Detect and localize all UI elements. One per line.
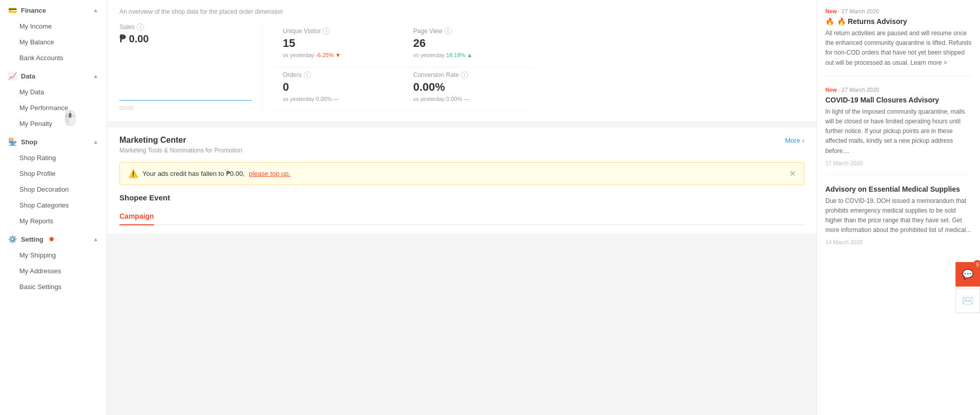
sidebar-section-data[interactable]: 📈 Data ▲ [0, 66, 107, 84]
news-headline-0: 🔥 🔥 Returns Advisory [825, 17, 972, 25]
orders-info-icon[interactable]: i [304, 71, 311, 79]
setting-chevron: ▲ [93, 236, 99, 242]
page-view-label: Page View i [413, 28, 524, 35]
pv-info-icon[interactable]: i [445, 28, 452, 35]
sidebar-section-setting[interactable]: ⚙️ Setting ▲ [0, 229, 107, 247]
conversion-rate-value: 0.00% [413, 81, 524, 94]
conversion-rate-compare: vs yesterday 0.00% — [413, 96, 524, 102]
marketing-title: Marketing Center [119, 136, 186, 145]
fire-icon: 🔥 [825, 17, 834, 25]
unique-visitor-label: Unique Visitor i [283, 28, 393, 35]
stats-right-grid: Unique Visitor i 15 vs yesterday -6.25% … [262, 23, 533, 111]
finance-icon: 💳 [8, 6, 17, 14]
alert-content: ⚠️ Your ads credit has fallen to ₱0.00, … [128, 169, 290, 178]
conversion-rate-label: Conversion Rate i [413, 71, 524, 79]
page-view-value: 26 [413, 37, 524, 50]
alert-top-up-link[interactable]: please top up. [249, 170, 290, 177]
chart-area: Sales i ₱ 0.00 00:00 [119, 23, 262, 111]
sidebar-item-basic-settings[interactable]: Basic Settings [0, 279, 107, 295]
sidebar-item-my-penalty[interactable]: My Penalty [0, 116, 107, 132]
orders-value: 0 [283, 81, 393, 94]
more-chevron-icon: › [802, 137, 804, 144]
news-item-1: New · 27 March 2020 COVID-19 Mall Closur… [825, 87, 972, 175]
news-headline-2: Advisory on Essential Medical Supplies [825, 185, 972, 193]
pv-trend: 18.18% ▲ [446, 52, 472, 58]
data-chevron: ▲ [93, 73, 99, 79]
sidebar-item-shop-rating[interactable]: Shop Rating [0, 150, 107, 166]
sidebar-item-my-shipping[interactable]: My Shipping [0, 247, 107, 263]
float-buttons: 💬 9 ✉️ [955, 262, 980, 313]
stats-grid: Sales i ₱ 0.00 00:00 Unique Visitor i 15 [119, 23, 804, 111]
orders-compare: vs yesterday 0.00% — [283, 96, 393, 102]
sidebar-item-my-balance[interactable]: My Balance [0, 34, 107, 50]
email-float-button[interactable]: ✉️ [955, 289, 980, 313]
news-body-0: All return activities are paused and wil… [825, 29, 972, 68]
news-body-1: In light of the imposed community quaran… [825, 107, 972, 156]
sidebar-setting-label: Setting [21, 236, 43, 243]
uv-info-icon[interactable]: i [323, 28, 330, 35]
marketing-header: Marketing Center More › [119, 136, 804, 145]
shopee-event-title: Shopee Event [119, 193, 804, 202]
setting-icon: ⚙️ [8, 235, 17, 243]
orders-label: Orders i [283, 71, 393, 79]
shop-chevron: ▲ [93, 139, 99, 145]
more-link[interactable]: More › [785, 137, 804, 144]
news-date-1: New · 27 March 2020 [825, 87, 972, 93]
sidebar-finance-label: Finance [21, 7, 46, 14]
chat-icon: 💬 [962, 269, 973, 280]
sidebar-item-shop-decoration[interactable]: Shop Decoration [0, 181, 107, 197]
sidebar-item-my-income[interactable]: My Income [0, 18, 107, 34]
alert-warning-icon: ⚠️ [128, 169, 138, 178]
sales-value: ₱ 0.00 [119, 33, 252, 45]
page-view-cell: Page View i 26 vs yesterday 18.18% ▲ [403, 23, 534, 67]
sales-info-icon[interactable]: i [137, 23, 144, 31]
sales-label: Sales i [119, 23, 252, 31]
orders-cell: Orders i 0 vs yesterday 0.00% — [273, 67, 403, 111]
chart-placeholder: 00:00 [119, 50, 252, 111]
right-panel: New · 27 March 2020 🔥 🔥 Returns Advisory… [817, 0, 980, 415]
chat-float-button[interactable]: 💬 9 [955, 262, 980, 287]
tab-campaign[interactable]: Campaign [119, 208, 154, 225]
chart-time: 00:00 [119, 105, 134, 111]
alert-text: Your ads credit has fallen to ₱0.00, [142, 170, 244, 177]
sidebar-data-label: Data [21, 72, 35, 80]
stats-card: An overview of the shop data for the pla… [107, 0, 817, 121]
unique-visitor-value: 15 [283, 37, 393, 50]
setting-dot [50, 237, 54, 241]
data-icon: 📈 [8, 72, 17, 80]
sidebar-item-shop-profile[interactable]: Shop Profile [0, 166, 107, 181]
marketing-card: Marketing Center More › Marketing Tools … [107, 127, 817, 234]
marketing-subtitle: Marketing Tools & Nominations for Promot… [119, 147, 804, 154]
conversion-rate-cell: Conversion Rate i 0.00% vs yesterday 0.0… [403, 67, 534, 111]
sidebar-item-my-data[interactable]: My Data [0, 84, 107, 100]
news-headline-1: COVID-19 Mall Closures Advisory [825, 96, 972, 104]
uv-trend: -6.25% ▼ [316, 52, 341, 58]
sidebar-section-finance[interactable]: 💳 Finance ▲ [0, 0, 107, 18]
alert-banner: ⚠️ Your ads credit has fallen to ₱0.00, … [119, 162, 804, 185]
email-icon: ✉️ [962, 295, 973, 306]
chat-badge: 9 [973, 260, 980, 269]
main-content: An overview of the shop data for the pla… [107, 0, 817, 415]
alert-close-button[interactable]: ✕ [789, 169, 796, 178]
sidebar-section-shop[interactable]: 🏪 Shop ▲ [0, 132, 107, 150]
news-date-0: New · 27 March 2020 [825, 8, 972, 14]
sidebar-item-shop-categories[interactable]: Shop Categories [0, 197, 107, 213]
sidebar-item-bank-accounts[interactable]: Bank Accounts [0, 50, 107, 66]
news-timestamp-1: 17 March 2020 [825, 160, 972, 166]
cr-info-icon[interactable]: i [461, 71, 468, 79]
news-item-0: New · 27 March 2020 🔥 🔥 Returns Advisory… [825, 8, 972, 76]
event-tabs: Campaign [119, 208, 804, 225]
unique-visitor-cell: Unique Visitor i 15 vs yesterday -6.25% … [273, 23, 403, 67]
sidebar-item-my-reports[interactable]: My Reports [0, 213, 107, 229]
sidebar-shop-label: Shop [21, 138, 38, 146]
news-item-2: Advisory on Essential Medical Supplies D… [825, 185, 972, 254]
shop-icon: 🏪 [8, 138, 17, 146]
page-view-compare: vs yesterday 18.18% ▲ [413, 52, 524, 58]
sidebar: 💳 Finance ▲ My Income My Balance Bank Ac… [0, 0, 107, 415]
unique-visitor-compare: vs yesterday -6.25% ▼ [283, 52, 393, 58]
news-timestamp-2: 14 March 2020 [825, 239, 972, 245]
chart-line [119, 100, 252, 101]
sidebar-item-my-addresses[interactable]: My Addresses [0, 263, 107, 279]
sidebar-item-my-performance[interactable]: My Performance [0, 100, 107, 116]
news-body-2: Due to COVID-19, DOH issued a memorandum… [825, 196, 972, 236]
